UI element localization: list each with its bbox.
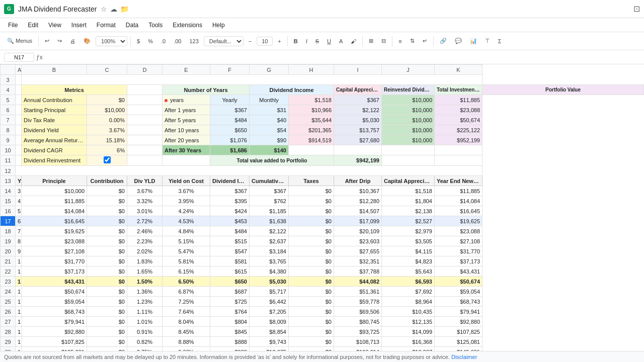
- cell-year-8[interactable]: 8: [16, 236, 22, 246]
- cell-after-drip[interactable]: $108,713: [334, 337, 382, 347]
- cell-div-yld[interactable]: 1.23%: [127, 297, 163, 307]
- cell-year-3[interactable]: 3: [16, 186, 22, 196]
- cell-div-yld[interactable]: 0.75%: [127, 347, 163, 351]
- cell-cum-div[interactable]: $10,675: [250, 347, 289, 351]
- cell-yoc[interactable]: 3.67%: [163, 186, 210, 196]
- cell-div-income[interactable]: $725: [210, 297, 250, 307]
- font-size-input[interactable]: [257, 37, 273, 46]
- cell-cap-app[interactable]: $16,368: [382, 337, 435, 347]
- star-icon[interactable]: ☆: [101, 5, 107, 13]
- cell-yoc[interactable]: 7.25%: [163, 297, 210, 307]
- cell-C9[interactable]: 15.18%: [87, 135, 127, 145]
- cell-taxes[interactable]: $0: [289, 287, 334, 297]
- comment-button[interactable]: 💬: [452, 37, 465, 45]
- col-F[interactable]: F: [210, 65, 250, 75]
- cell-principle[interactable]: $43,431: [22, 277, 87, 287]
- cell-div-income[interactable]: $687: [210, 287, 250, 297]
- merge-button[interactable]: ⊟: [378, 37, 389, 45]
- cell-year-15[interactable]: 15: [16, 307, 22, 317]
- cell-after-drip[interactable]: $126,014: [334, 347, 382, 351]
- cell-taxes[interactable]: $0: [289, 347, 334, 351]
- col-A[interactable]: A: [16, 65, 22, 75]
- cell-taxes[interactable]: $0: [289, 206, 334, 216]
- cell-principle[interactable]: $10,000: [22, 186, 87, 196]
- font-select[interactable]: Default...: [204, 36, 244, 46]
- menu-insert[interactable]: Insert: [67, 21, 91, 30]
- div-reinvestment-checkbox[interactable]: [104, 156, 111, 163]
- cell-div-yld[interactable]: 2.72%: [127, 216, 163, 226]
- cell-year-7[interactable]: 7: [16, 226, 22, 236]
- zoom-select[interactable]: 100%: [96, 36, 127, 46]
- cell-year-end[interactable]: $37,173: [435, 256, 482, 266]
- cell-div-yld[interactable]: 2.23%: [127, 236, 163, 246]
- cell-div-yld[interactable]: 0.91%: [127, 327, 163, 337]
- cell-yoc[interactable]: 8.04%: [163, 317, 210, 327]
- cell-after-drip[interactable]: $37,788: [334, 266, 382, 277]
- cell-A3[interactable]: [16, 75, 22, 85]
- cell-principle[interactable]: $19,625: [22, 226, 87, 236]
- cell-year-16[interactable]: 16: [16, 317, 22, 327]
- percent-button[interactable]: %: [145, 37, 156, 45]
- cell-contribution[interactable]: $0: [87, 226, 127, 236]
- font-size-inc-button[interactable]: +: [275, 37, 284, 45]
- cell-taxes[interactable]: $0: [289, 186, 334, 196]
- cell-cap-app[interactable]: $14,099: [382, 327, 435, 337]
- cell-yoc[interactable]: 6.50%: [163, 277, 210, 287]
- cell-cap-app[interactable]: $2,138: [382, 206, 435, 216]
- cell-yoc[interactable]: 4.24%: [163, 206, 210, 216]
- col-G[interactable]: G: [250, 65, 289, 75]
- cell-cap-app[interactable]: $7,692: [382, 287, 435, 297]
- cell-div-income[interactable]: $367: [210, 186, 250, 196]
- strikethrough-button[interactable]: S: [312, 37, 322, 45]
- cell-B8[interactable]: Dividend Yield: [22, 125, 87, 135]
- cell-C8[interactable]: 3.67%: [87, 125, 127, 135]
- menu-tools[interactable]: Tools: [144, 21, 167, 30]
- cell-year-end[interactable]: $68,743: [435, 297, 482, 307]
- decimal-dec-button[interactable]: .0: [158, 37, 169, 45]
- cell-principle[interactable]: $14,084: [22, 206, 87, 216]
- cell-div-yld[interactable]: 1.65%: [127, 266, 163, 277]
- cell-contribution[interactable]: $0: [87, 256, 127, 266]
- cell-taxes[interactable]: $0: [289, 256, 334, 266]
- filter-button[interactable]: ⊤: [482, 37, 493, 45]
- cell-cap-app[interactable]: $8,964: [382, 297, 435, 307]
- cell-after-drip[interactable]: $27,655: [334, 246, 382, 256]
- cell-principle[interactable]: $23,088: [22, 236, 87, 246]
- cell-year-13[interactable]: 13: [16, 287, 22, 297]
- cell-taxes[interactable]: $0: [289, 246, 334, 256]
- cell-year-14[interactable]: 14: [16, 297, 22, 307]
- cell-year-19[interactable]: 19: [16, 347, 22, 351]
- cell-yoc[interactable]: 7.64%: [163, 307, 210, 317]
- fill-color-button[interactable]: 🖌: [348, 37, 359, 45]
- col-C[interactable]: C: [87, 65, 127, 75]
- cell-B5[interactable]: Annual Contribution: [22, 95, 87, 105]
- cell-taxes[interactable]: $0: [289, 337, 334, 347]
- cell-contribution[interactable]: $0: [87, 236, 127, 246]
- cell-C10[interactable]: 6%: [87, 145, 127, 155]
- cell-year-end[interactable]: $43,431: [435, 266, 482, 277]
- undo-button[interactable]: ↩: [42, 37, 52, 45]
- cell-div-income[interactable]: $581: [210, 256, 250, 266]
- cell-contribution[interactable]: $0: [87, 347, 127, 351]
- cell-year-end[interactable]: $107,825: [435, 327, 482, 337]
- function-button[interactable]: Σ: [495, 37, 505, 45]
- cell-div-income[interactable]: $424: [210, 206, 250, 216]
- cell-cap-app[interactable]: $12,135: [382, 317, 435, 327]
- cell-cum-div[interactable]: $8,009: [250, 317, 289, 327]
- cell-yoc[interactable]: 5.81%: [163, 256, 210, 266]
- cell-cum-div[interactable]: $5,717: [250, 287, 289, 297]
- cell-cap-app[interactable]: $18,987: [382, 347, 435, 351]
- cell-year-end[interactable]: $23,088: [435, 226, 482, 236]
- cell-div-yld[interactable]: 0.82%: [127, 337, 163, 347]
- cell-cap-app[interactable]: $1,804: [382, 196, 435, 206]
- cell-cap-app[interactable]: $6,593: [382, 277, 435, 287]
- cell-year-end[interactable]: $31,770: [435, 246, 482, 256]
- cell-principle[interactable]: $125,081: [22, 347, 87, 351]
- cell-cap-app[interactable]: $4,115: [382, 246, 435, 256]
- cell-div-yld[interactable]: 3.67%: [127, 186, 163, 196]
- cell-yoc[interactable]: 8.45%: [163, 327, 210, 337]
- cell-div-income[interactable]: $933: [210, 347, 250, 351]
- underline-button[interactable]: U: [324, 37, 334, 45]
- cell-contribution[interactable]: $0: [87, 287, 127, 297]
- cell-div-income[interactable]: $764: [210, 307, 250, 317]
